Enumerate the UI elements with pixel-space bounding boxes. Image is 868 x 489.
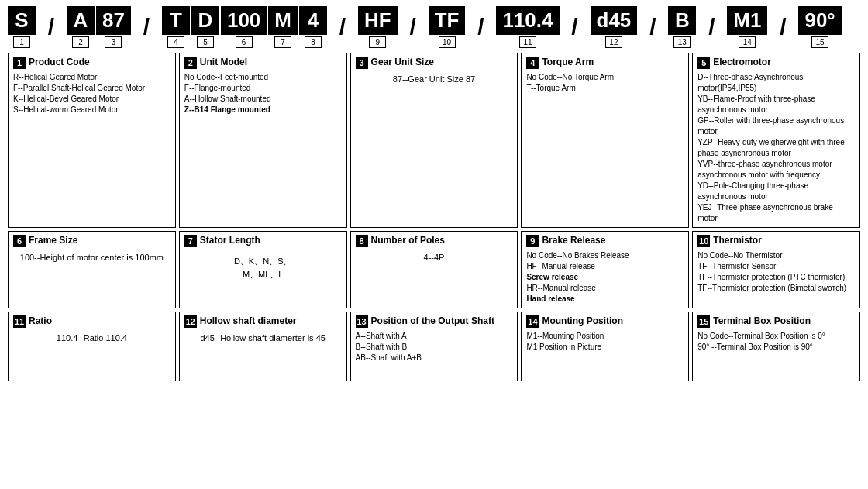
box-title-text: Number of Poles [371, 235, 445, 246]
box-number-badge: 9 [526, 235, 539, 247]
code-segment-number: 3 [105, 36, 122, 48]
box-title-text: Electromotor [713, 57, 771, 67]
code-segment: / [37, 11, 65, 43]
info-box-title-row: 3Gear Unit Size [356, 57, 513, 69]
info-box-title-row: 12Hollow shaft diameter [184, 315, 342, 328]
code-bar: S1/A2873/T4D51006M748/HF9/TF10/110.411/d… [8, 6, 860, 48]
code-block-slash: / [399, 11, 427, 43]
code-segment: M7 [268, 6, 298, 48]
code-block-dark: S [8, 6, 36, 35]
code-segment: HF9 [358, 6, 398, 48]
info-box-11: 11Ratio110.4--Ratio 110.4 [8, 312, 176, 381]
code-block-dark: A [67, 6, 95, 35]
code-segment: / [399, 11, 427, 43]
code-segment: 48 [299, 6, 327, 48]
code-segment-number: 13 [673, 36, 691, 48]
code-segment: / [329, 11, 356, 43]
code-segment: 110.411 [496, 6, 559, 48]
info-box-12: 12Hollow shaft diameterd45--Hollow shaft… [179, 312, 347, 381]
box-title-text: Mounting Position [542, 315, 623, 326]
code-block-slash: / [639, 11, 666, 43]
info-box-13: 13Position of the Output ShaftA--Shaft w… [350, 312, 518, 381]
info-box-title-row: 11Ratio [13, 315, 170, 328]
box-content: 110.4--Ratio 110.4 [13, 332, 170, 344]
info-box-title-row: 4Torque Arm [526, 57, 684, 69]
code-segment: T4 [162, 6, 190, 48]
code-block-dark: 87 [96, 6, 131, 35]
box-number-badge: 10 [698, 235, 710, 247]
box-content: R--Helical Geared MotorF--Parallel Shaft… [13, 72, 170, 115]
code-segment: d4512 [591, 6, 638, 48]
info-box-3: 3Gear Unit Size87--Gear Unit Size 87 [350, 53, 518, 228]
box-number-badge: 11 [13, 315, 26, 328]
code-block-slash: / [561, 11, 589, 43]
info-box-9: 9Brake ReleaseNo Code--No Brakes Release… [521, 231, 689, 308]
code-segment-number: 9 [369, 36, 386, 48]
info-box-title-row: 5Electromotor [698, 57, 855, 69]
code-segment-number: 6 [236, 36, 253, 48]
box-title-text: Brake Release [542, 235, 605, 246]
info-box-6: 6Frame Size100--Height of motor center i… [8, 231, 176, 308]
box-number-badge: 14 [526, 315, 539, 328]
box-content: 87--Gear Unit Size 87 [356, 74, 513, 85]
code-block-dark: D [191, 6, 219, 35]
code-segment: / [698, 11, 725, 43]
box-title-text: Frame Size [29, 235, 78, 246]
box-number-badge: 3 [356, 57, 368, 69]
box-number-badge: 13 [356, 315, 368, 328]
box-content: d45--Hollow shaft diamerter is 45 [184, 332, 342, 344]
code-block-slash: / [769, 11, 797, 43]
code-block-dark: 110.4 [496, 6, 559, 35]
code-block-dark: 4 [299, 6, 327, 35]
box-title-text: Product Code [29, 57, 90, 67]
info-box-14: 14Mounting PositionM1--Mounting Position… [521, 312, 689, 381]
info-box-7: 7Stator LengthD、K、N、S、M、ML、L [179, 231, 347, 308]
info-box-4: 4Torque ArmNo Code--No Torque ArmT--Torq… [521, 53, 689, 228]
box-title-text: Terminal Box Position [713, 315, 811, 326]
box-title-text: Hollow shaft diameter [200, 315, 297, 326]
code-segment: 90°15 [798, 6, 841, 48]
page: S1/A2873/T4D51006M748/HF9/TF10/110.411/d… [0, 0, 868, 387]
code-segment: 873 [96, 6, 131, 48]
info-box-title-row: 7Stator Length [184, 235, 342, 247]
code-segment: / [639, 11, 666, 43]
code-segment-number: 10 [439, 36, 456, 48]
info-box-title-row: 10Thermistor [698, 235, 855, 247]
info-grid: 1Product CodeR--Helical Geared MotorF--P… [8, 53, 860, 381]
code-segment: D5 [191, 6, 219, 48]
box-number-badge: 6 [13, 235, 26, 247]
code-segment-number: 8 [305, 36, 322, 48]
code-block-slash: / [37, 11, 65, 43]
info-box-title-row: 1Product Code [13, 57, 170, 69]
info-box-title-row: 15Terminal Box Position [698, 315, 855, 328]
box-content: No Code--Terminal Box Position is 0°90° … [698, 331, 855, 353]
box-number-badge: 12 [184, 315, 197, 328]
box-title-text: Stator Length [200, 235, 260, 246]
code-block-dark: TF [429, 6, 466, 35]
info-box-title-row: 2Unit Model [184, 57, 342, 69]
stator-values: D、K、N、S、M、ML、L [184, 255, 342, 282]
code-segment-number: 7 [274, 36, 291, 48]
box-content: M1--Mounting PositionM1 Position in Pict… [526, 331, 684, 353]
code-segment: / [561, 11, 589, 43]
box-title-text: Unit Model [200, 57, 247, 67]
info-box-15: 15Terminal Box PositionNo Code--Terminal… [692, 312, 860, 381]
code-block-dark: HF [358, 6, 398, 35]
code-segment-number: 12 [605, 36, 622, 48]
code-segment-number: 1 [13, 36, 30, 48]
box-title-text: Torque Arm [542, 57, 594, 67]
box-title-text: Thermistor [713, 235, 762, 246]
info-box-title-row: 8Number of Poles [356, 235, 513, 247]
box-number-badge: 7 [184, 235, 197, 247]
info-box-title-row: 14Mounting Position [526, 315, 684, 328]
code-segment-number: 4 [167, 36, 184, 48]
box-number-badge: 2 [184, 57, 197, 69]
code-segment: / [467, 11, 494, 43]
box-main-value: d45--Hollow shaft diamerter is 45 [184, 332, 342, 344]
box-main-value: 87--Gear Unit Size 87 [356, 74, 513, 85]
box-number-badge: 1 [13, 57, 26, 69]
box-content: A--Shaft with AB--Shaft with BAB--Shaft … [356, 331, 513, 363]
code-segment-number: 5 [197, 36, 214, 48]
box-number-badge: 5 [698, 57, 710, 69]
box-content: D、K、N、S、M、ML、L [184, 255, 342, 282]
